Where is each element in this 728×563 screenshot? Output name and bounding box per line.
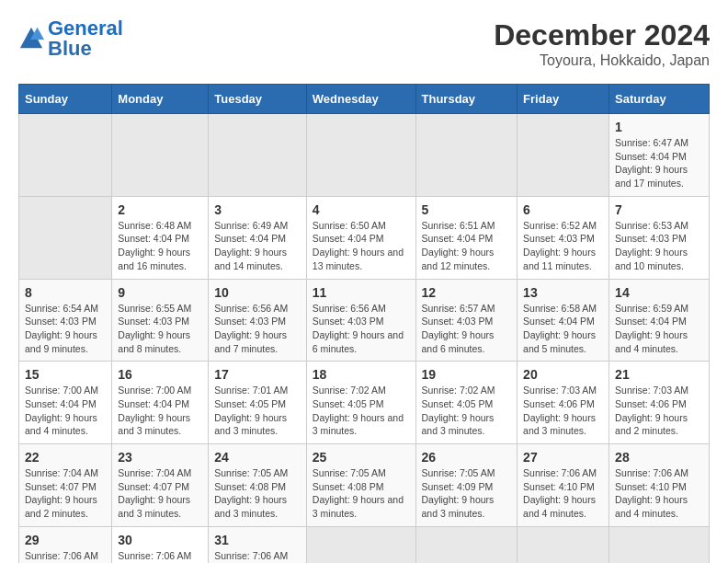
calendar-header-row: SundayMondayTuesdayWednesdayThursdayFrid… <box>19 85 710 114</box>
calendar-cell <box>209 114 307 197</box>
cell-details: Sunrise: 7:06 AM Sunset: 4:12 PM Dayligh… <box>118 549 202 563</box>
cell-details: Sunrise: 7:05 AM Sunset: 4:09 PM Dayligh… <box>422 466 512 521</box>
cell-details: Sunrise: 7:06 AM Sunset: 4:10 PM Dayligh… <box>523 466 603 521</box>
day-number: 4 <box>313 202 410 217</box>
cell-details: Sunrise: 7:01 AM Sunset: 4:05 PM Dayligh… <box>214 384 301 438</box>
calendar-cell <box>415 114 518 197</box>
calendar-cell: 29Sunrise: 7:06 AM Sunset: 4:11 PM Dayli… <box>19 526 112 563</box>
calendar-cell: 3Sunrise: 6:49 AM Sunset: 4:04 PM Daylig… <box>209 196 307 279</box>
calendar-cell: 8Sunrise: 6:54 AM Sunset: 4:03 PM Daylig… <box>19 279 112 362</box>
calendar-cell: 1Sunrise: 6:47 AM Sunset: 4:04 PM Daylig… <box>609 114 710 197</box>
day-number: 22 <box>25 450 106 465</box>
cell-details: Sunrise: 6:55 AM Sunset: 4:03 PM Dayligh… <box>118 302 202 356</box>
day-number: 9 <box>118 285 202 300</box>
page-subtitle: Toyoura, Hokkaido, Japan <box>494 52 710 69</box>
day-number: 17 <box>214 367 301 382</box>
cell-details: Sunrise: 7:03 AM Sunset: 4:06 PM Dayligh… <box>615 384 703 438</box>
day-number: 13 <box>523 285 603 300</box>
cell-details: Sunrise: 6:51 AM Sunset: 4:04 PM Dayligh… <box>422 219 512 273</box>
day-number: 2 <box>118 202 202 217</box>
calendar-cell: 24Sunrise: 7:05 AM Sunset: 4:08 PM Dayli… <box>209 444 307 527</box>
cell-details: Sunrise: 7:05 AM Sunset: 4:08 PM Dayligh… <box>214 466 301 521</box>
calendar-cell <box>306 526 415 563</box>
day-number: 6 <box>523 202 603 217</box>
cell-details: Sunrise: 6:47 AM Sunset: 4:04 PM Dayligh… <box>615 136 703 190</box>
calendar-table: SundayMondayTuesdayWednesdayThursdayFrid… <box>18 84 710 563</box>
day-number: 21 <box>615 367 703 382</box>
day-number: 14 <box>615 285 703 300</box>
day-number: 10 <box>214 285 301 300</box>
calendar-cell: 16Sunrise: 7:00 AM Sunset: 4:04 PM Dayli… <box>112 362 209 444</box>
calendar-cell: 15Sunrise: 7:00 AM Sunset: 4:04 PM Dayli… <box>19 362 112 444</box>
day-number: 28 <box>615 450 703 465</box>
day-number: 8 <box>25 285 106 300</box>
cell-details: Sunrise: 7:04 AM Sunset: 4:07 PM Dayligh… <box>25 466 106 521</box>
day-number: 7 <box>615 202 703 217</box>
calendar-cell <box>19 114 112 197</box>
column-header-wednesday: Wednesday <box>306 85 415 114</box>
calendar-week-row: 15Sunrise: 7:00 AM Sunset: 4:04 PM Dayli… <box>19 362 710 444</box>
day-number: 19 <box>422 367 512 382</box>
calendar-cell: 4Sunrise: 6:50 AM Sunset: 4:04 PM Daylig… <box>306 196 415 279</box>
calendar-week-row: 1Sunrise: 6:47 AM Sunset: 4:04 PM Daylig… <box>19 114 710 197</box>
cell-details: Sunrise: 7:02 AM Sunset: 4:05 PM Dayligh… <box>313 384 410 438</box>
day-number: 23 <box>118 450 202 465</box>
cell-details: Sunrise: 6:53 AM Sunset: 4:03 PM Dayligh… <box>615 219 703 273</box>
calendar-cell: 19Sunrise: 7:02 AM Sunset: 4:05 PM Dayli… <box>415 362 518 444</box>
day-number: 18 <box>313 367 410 382</box>
calendar-cell: 22Sunrise: 7:04 AM Sunset: 4:07 PM Dayli… <box>19 444 112 527</box>
cell-details: Sunrise: 6:58 AM Sunset: 4:04 PM Dayligh… <box>523 302 603 356</box>
logo-text: General Blue <box>48 18 123 59</box>
day-number: 11 <box>313 285 410 300</box>
title-block: December 2024 Toyoura, Hokkaido, Japan <box>494 18 710 69</box>
day-number: 20 <box>523 367 603 382</box>
cell-details: Sunrise: 7:05 AM Sunset: 4:08 PM Dayligh… <box>313 466 410 521</box>
column-header-friday: Friday <box>518 85 609 114</box>
day-number: 26 <box>422 450 512 465</box>
calendar-cell: 20Sunrise: 7:03 AM Sunset: 4:06 PM Dayli… <box>518 362 609 444</box>
calendar-cell <box>112 114 209 197</box>
day-number: 24 <box>214 450 301 465</box>
cell-details: Sunrise: 7:06 AM Sunset: 4:13 PM Dayligh… <box>214 549 301 563</box>
cell-details: Sunrise: 6:56 AM Sunset: 4:03 PM Dayligh… <box>313 302 410 356</box>
calendar-week-row: 29Sunrise: 7:06 AM Sunset: 4:11 PM Dayli… <box>19 526 710 563</box>
calendar-cell: 30Sunrise: 7:06 AM Sunset: 4:12 PM Dayli… <box>112 526 209 563</box>
calendar-cell: 10Sunrise: 6:56 AM Sunset: 4:03 PM Dayli… <box>209 279 307 362</box>
calendar-cell: 23Sunrise: 7:04 AM Sunset: 4:07 PM Dayli… <box>112 444 209 527</box>
calendar-cell <box>19 196 112 279</box>
calendar-cell: 25Sunrise: 7:05 AM Sunset: 4:08 PM Dayli… <box>306 444 415 527</box>
calendar-cell: 21Sunrise: 7:03 AM Sunset: 4:06 PM Dayli… <box>609 362 710 444</box>
cell-details: Sunrise: 6:59 AM Sunset: 4:04 PM Dayligh… <box>615 302 703 356</box>
cell-details: Sunrise: 7:02 AM Sunset: 4:05 PM Dayligh… <box>422 384 512 438</box>
calendar-cell: 6Sunrise: 6:52 AM Sunset: 4:03 PM Daylig… <box>518 196 609 279</box>
calendar-cell: 12Sunrise: 6:57 AM Sunset: 4:03 PM Dayli… <box>415 279 518 362</box>
calendar-cell <box>609 526 710 563</box>
calendar-cell <box>518 114 609 197</box>
logo-blue: Blue <box>48 37 92 60</box>
calendar-cell: 9Sunrise: 6:55 AM Sunset: 4:03 PM Daylig… <box>112 279 209 362</box>
page-title: December 2024 <box>494 18 710 52</box>
calendar-cell: 14Sunrise: 6:59 AM Sunset: 4:04 PM Dayli… <box>609 279 710 362</box>
day-number: 5 <box>422 202 512 217</box>
calendar-cell: 31Sunrise: 7:06 AM Sunset: 4:13 PM Dayli… <box>209 526 307 563</box>
calendar-cell: 11Sunrise: 6:56 AM Sunset: 4:03 PM Dayli… <box>306 279 415 362</box>
cell-details: Sunrise: 7:06 AM Sunset: 4:10 PM Dayligh… <box>615 466 703 521</box>
cell-details: Sunrise: 6:57 AM Sunset: 4:03 PM Dayligh… <box>422 302 512 356</box>
column-header-tuesday: Tuesday <box>209 85 307 114</box>
page-header: General Blue December 2024 Toyoura, Hokk… <box>18 18 710 69</box>
cell-details: Sunrise: 6:49 AM Sunset: 4:04 PM Dayligh… <box>214 219 301 273</box>
day-number: 31 <box>214 533 301 547</box>
calendar-week-row: 22Sunrise: 7:04 AM Sunset: 4:07 PM Dayli… <box>19 444 710 527</box>
day-number: 29 <box>25 533 106 547</box>
calendar-week-row: 8Sunrise: 6:54 AM Sunset: 4:03 PM Daylig… <box>19 279 710 362</box>
logo-icon <box>18 26 44 52</box>
calendar-cell: 7Sunrise: 6:53 AM Sunset: 4:03 PM Daylig… <box>609 196 710 279</box>
calendar-cell: 26Sunrise: 7:05 AM Sunset: 4:09 PM Dayli… <box>415 444 518 527</box>
calendar-cell <box>415 526 518 563</box>
day-number: 30 <box>118 533 202 547</box>
calendar-week-row: 2Sunrise: 6:48 AM Sunset: 4:04 PM Daylig… <box>19 196 710 279</box>
day-number: 12 <box>422 285 512 300</box>
cell-details: Sunrise: 7:00 AM Sunset: 4:04 PM Dayligh… <box>25 384 106 438</box>
calendar-cell <box>518 526 609 563</box>
calendar-cell: 17Sunrise: 7:01 AM Sunset: 4:05 PM Dayli… <box>209 362 307 444</box>
